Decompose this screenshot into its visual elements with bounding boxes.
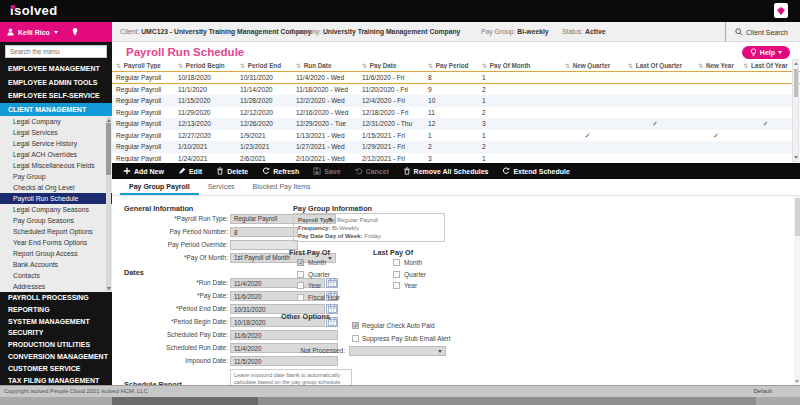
add-new-button[interactable]: Add New	[116, 163, 171, 179]
horizontal-scrollbar[interactable]	[0, 397, 800, 405]
client-search-button[interactable]: Client Search	[725, 22, 800, 42]
col-header-period-end[interactable]: ⇅ Period End	[236, 62, 292, 69]
sidebar-item-client-management[interactable]: CLIENT MANAGEMENT	[0, 103, 112, 117]
sidebar-item-production-utilities[interactable]: PRODUCTION UTILITIES	[0, 339, 112, 351]
sidebar-item-security[interactable]: SECURITY	[0, 327, 112, 339]
scrollbar-thumb[interactable]	[794, 69, 799, 97]
col-header-pay-of-month[interactable]: ⇅ Pay Of Month	[478, 62, 555, 69]
refresh-button[interactable]: Refresh	[255, 163, 306, 179]
col-header-new-year[interactable]: ⇅ New Year	[690, 62, 742, 69]
period-begin-date-label: *Period Begin Date:	[118, 317, 228, 327]
last-pay-of-quarter-checkbox	[393, 271, 400, 278]
menu-search-input[interactable]	[5, 45, 107, 58]
submenu-legal-company[interactable]: Legal Company	[0, 116, 112, 127]
submenu-pay-group[interactable]: Pay Group	[0, 171, 112, 182]
scrollbar-thumb-segment[interactable]	[112, 397, 258, 405]
col-header-pay-period[interactable]: ⇅ Pay Period	[424, 62, 478, 69]
submenu-legal-service-history[interactable]: Legal Service History	[0, 138, 112, 149]
run-date-label: *Run Date:	[118, 278, 228, 288]
table-row[interactable]: Regular Payroll1/10/20211/23/20211/27/20…	[112, 141, 800, 153]
scroll-down-icon[interactable]	[794, 156, 798, 159]
page-title: Payroll Run Schedule	[126, 46, 244, 58]
first-pay-of-heading: First Pay Of	[289, 248, 330, 257]
col-header-run-date[interactable]: ⇅ Run Date	[292, 62, 358, 69]
save-icon	[313, 167, 321, 175]
col-header-last-of-year[interactable]: ⇅ Last Of Year	[742, 62, 789, 69]
submenu-legal-miscellaneous-fields[interactable]: Legal Miscellaneous Fields	[0, 160, 112, 171]
sidebar-item-employee-admin-tools[interactable]: EMPLOYEE ADMIN TOOLS	[0, 76, 112, 90]
pay-period-number-input[interactable]	[230, 227, 298, 237]
info-pay-date-day: Pay Date Day of Week: Friday	[298, 232, 440, 240]
main-content: Payroll Run Schedule Help ⇅ Payroll Type…	[112, 42, 800, 385]
submenu-year-end-forms-options[interactable]: Year End Forms Options	[0, 237, 112, 248]
help-button[interactable]: Help	[742, 46, 790, 59]
col-header-last-of-quarter[interactable]: ⇅ Last Of Quarter	[620, 62, 690, 69]
action-toolbar: Add New Edit Delete Refresh Save Cancel …	[112, 163, 800, 179]
submenu-contacts[interactable]: Contacts	[0, 270, 112, 281]
table-row[interactable]: Regular Payroll11/15/202011/28/202012/2/…	[112, 95, 800, 107]
not-processed-label: Not Processed:	[235, 346, 345, 356]
tab-pay-group-payroll[interactable]: Pay Group Payroll	[120, 179, 199, 195]
pay-period-override-input[interactable]	[230, 240, 298, 250]
user-name: Kelli Rico	[18, 29, 50, 36]
scheduled-pay-date-input[interactable]	[230, 330, 338, 340]
sidebar-item-system-management[interactable]: SYSTEM MANAGEMENT	[0, 316, 112, 328]
edit-button[interactable]: Edit	[171, 163, 209, 179]
sidebar-item-conversion-management[interactable]: CONVERSION MANAGEMENT	[0, 351, 112, 363]
submenu-legal-company-seasons[interactable]: Legal Company Seasons	[0, 204, 112, 215]
last-pay-of-month-checkbox	[393, 259, 400, 266]
sort-icon: ⇅	[362, 63, 367, 69]
extend-schedule-button[interactable]: Extend Schedule	[495, 163, 576, 179]
footer-bar: Copyright isolved People Cloud 2021 isol…	[0, 385, 800, 397]
not-processed-select[interactable]	[349, 346, 446, 356]
sort-icon: ⇅	[428, 63, 433, 69]
regular-check-auto-paid-checkbox[interactable]	[352, 322, 359, 329]
sidebar-item-employee-self-service[interactable]: EMPLOYEE SELF-SERVICE	[0, 89, 112, 103]
scroll-up-icon[interactable]	[794, 62, 798, 65]
submenu-legal-ach-overrides[interactable]: Legal ACH Overrides	[0, 149, 112, 160]
table-row[interactable]: Regular Payroll12/27/20201/9/20211/13/20…	[112, 130, 800, 142]
scroll-down-icon[interactable]	[107, 287, 111, 290]
table-row[interactable]: Regular Payroll1/24/20212/6/20212/10/202…	[112, 153, 800, 162]
info-frequency: Frequency: Bi-Weekly	[298, 224, 440, 232]
form-scrollbar[interactable]	[794, 196, 800, 385]
submenu-payroll-run-schedule[interactable]: Payroll Run Schedule	[0, 193, 112, 204]
submenu-pay-group-seasons[interactable]: Pay Group Seasons	[0, 215, 112, 226]
table-row[interactable]: Regular Payroll12/13/202012/26/202012/29…	[112, 118, 800, 130]
submenu-scrollbar[interactable]	[106, 117, 111, 291]
remove-all-schedules-button[interactable]: Remove All Schedules	[396, 163, 496, 179]
scroll-down-icon[interactable]	[795, 380, 799, 383]
impound-date-input[interactable]	[230, 356, 338, 366]
sidebar-item-payroll-processing[interactable]: PAYROLL PROCESSING	[0, 292, 112, 304]
calendar-icon[interactable]	[326, 278, 338, 288]
scheduled-run-date-label: Scheduled Run Date:	[118, 343, 228, 353]
submenu-scheduled-report-options[interactable]: Scheduled Report Options	[0, 226, 112, 237]
submenu-checks-at-org-level[interactable]: Checks at Org Level	[0, 182, 112, 193]
scroll-up-icon[interactable]	[107, 119, 111, 122]
grid-scrollbar[interactable]	[792, 59, 799, 162]
scrollbar-thumb[interactable]	[106, 123, 111, 175]
table-row[interactable]: Regular Payroll11/1/202011/14/202011/18/…	[112, 84, 800, 96]
col-header-payroll-type[interactable]: ⇅ Payroll Type	[112, 62, 174, 69]
delete-button[interactable]: Delete	[209, 163, 255, 179]
sort-icon: ⇅	[565, 63, 570, 69]
sort-icon: ⇅	[482, 63, 487, 69]
sidebar-item-employee-management[interactable]: EMPLOYEE MANAGEMENT	[0, 62, 112, 76]
tab-services[interactable]: Services	[199, 179, 244, 195]
submenu-legal-services[interactable]: Legal Services	[0, 127, 112, 138]
table-row[interactable]: Regular Payroll11/29/202012/12/202012/16…	[112, 107, 800, 119]
col-header-new-quarter[interactable]: ⇅ New Quarter	[555, 62, 620, 69]
scrollbar-thumb[interactable]	[795, 198, 800, 236]
pin-icon[interactable]	[72, 28, 78, 36]
submenu-report-group-access[interactable]: Report Group Access	[0, 248, 112, 259]
sidebar-item-reporting[interactable]: REPORTING	[0, 304, 112, 316]
col-header-period-begin[interactable]: ⇅ Period Begin	[174, 62, 236, 69]
table-row[interactable]: Regular Payroll10/18/202010/31/202011/4/…	[112, 72, 800, 84]
tab-blocked-pay-items[interactable]: Blocked Pay Items	[244, 179, 320, 195]
suppress-pay-stub-email-alert-checkbox[interactable]	[352, 335, 359, 342]
user-menu[interactable]: Kelli Rico	[0, 22, 112, 42]
col-header-pay-date[interactable]: ⇅ Pay Date	[358, 62, 424, 69]
sidebar-item-customer-service[interactable]: CUSTOMER SERVICE	[0, 363, 112, 375]
submenu-bank-accounts[interactable]: Bank Accounts	[0, 259, 112, 270]
submenu-addresses[interactable]: Addresses	[0, 281, 112, 292]
